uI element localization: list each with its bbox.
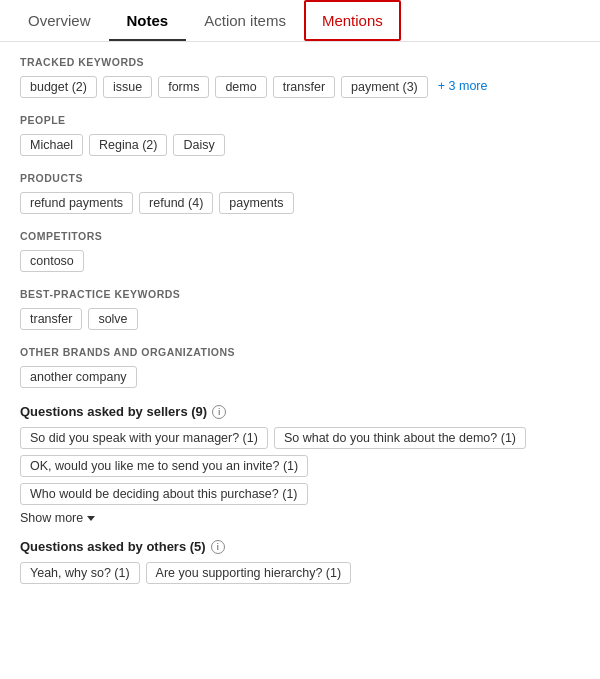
questions-sellers-header: Questions asked by sellers (9) i: [20, 404, 580, 419]
tag-transfer-bp[interactable]: transfer: [20, 308, 82, 330]
tab-bar: Overview Notes Action items Mentions: [0, 0, 600, 42]
best-practice-tags: transfer solve: [20, 308, 580, 330]
tag-question-demo[interactable]: So what do you think about the demo? (1): [274, 427, 526, 449]
tag-budget[interactable]: budget (2): [20, 76, 97, 98]
products-title: PRODUCTS: [20, 172, 580, 184]
tag-forms[interactable]: forms: [158, 76, 209, 98]
show-more-label: Show more: [20, 511, 83, 525]
tab-mentions[interactable]: Mentions: [304, 0, 401, 41]
competitors-tags: contoso: [20, 250, 580, 272]
tag-demo[interactable]: demo: [215, 76, 266, 98]
tag-payment[interactable]: payment (3): [341, 76, 428, 98]
questions-sellers-tags: So did you speak with your manager? (1) …: [20, 427, 580, 505]
people-title: PEOPLE: [20, 114, 580, 126]
tag-refund-payments[interactable]: refund payments: [20, 192, 133, 214]
tab-overview[interactable]: Overview: [10, 0, 109, 41]
people-tags: Michael Regina (2) Daisy: [20, 134, 580, 156]
people-section: PEOPLE Michael Regina (2) Daisy: [20, 114, 580, 156]
questions-others-header: Questions asked by others (5) i: [20, 539, 580, 554]
products-tags: refund payments refund (4) payments: [20, 192, 580, 214]
competitors-section: COMPETITORS contoso: [20, 230, 580, 272]
tag-contoso[interactable]: contoso: [20, 250, 84, 272]
tag-question-why[interactable]: Yeah, why so? (1): [20, 562, 140, 584]
products-section: PRODUCTS refund payments refund (4) paym…: [20, 172, 580, 214]
tab-notes[interactable]: Notes: [109, 0, 187, 41]
chevron-down-icon: [87, 516, 95, 521]
tag-question-invite[interactable]: OK, would you like me to send you an inv…: [20, 455, 308, 477]
best-practice-title: BEST-PRACTICE KEYWORDS: [20, 288, 580, 300]
other-brands-tags: another company: [20, 366, 580, 388]
show-more-button[interactable]: Show more: [20, 511, 580, 525]
tag-question-manager[interactable]: So did you speak with your manager? (1): [20, 427, 268, 449]
questions-others-label: Questions asked by others (5): [20, 539, 206, 554]
other-brands-title: OTHER BRANDS AND ORGANIZATIONS: [20, 346, 580, 358]
questions-sellers-label: Questions asked by sellers (9): [20, 404, 207, 419]
tag-solve[interactable]: solve: [88, 308, 137, 330]
tag-michael[interactable]: Michael: [20, 134, 83, 156]
questions-others-tags: Yeah, why so? (1) Are you supporting hie…: [20, 562, 580, 584]
main-content: TRACKED KEYWORDS budget (2) issue forms …: [0, 42, 600, 612]
tag-transfer[interactable]: transfer: [273, 76, 335, 98]
tag-question-hierarchy[interactable]: Are you supporting hierarchy? (1): [146, 562, 352, 584]
questions-others-section: Questions asked by others (5) i Yeah, wh…: [20, 539, 580, 584]
tag-another-company[interactable]: another company: [20, 366, 137, 388]
questions-others-info-icon[interactable]: i: [211, 540, 225, 554]
tab-action-items[interactable]: Action items: [186, 0, 304, 41]
tag-question-purchase[interactable]: Who would be deciding about this purchas…: [20, 483, 308, 505]
tag-issue[interactable]: issue: [103, 76, 152, 98]
tag-daisy[interactable]: Daisy: [173, 134, 224, 156]
competitors-title: COMPETITORS: [20, 230, 580, 242]
tracked-keywords-title: TRACKED KEYWORDS: [20, 56, 580, 68]
other-brands-section: OTHER BRANDS AND ORGANIZATIONS another c…: [20, 346, 580, 388]
tag-regina[interactable]: Regina (2): [89, 134, 167, 156]
tag-payments[interactable]: payments: [219, 192, 293, 214]
questions-sellers-section: Questions asked by sellers (9) i So did …: [20, 404, 580, 525]
best-practice-section: BEST-PRACTICE KEYWORDS transfer solve: [20, 288, 580, 330]
tracked-keywords-section: TRACKED KEYWORDS budget (2) issue forms …: [20, 56, 580, 98]
more-tags-link[interactable]: + 3 more: [434, 76, 492, 98]
tracked-keywords-tags: budget (2) issue forms demo transfer pay…: [20, 76, 580, 98]
tag-refund[interactable]: refund (4): [139, 192, 213, 214]
questions-sellers-info-icon[interactable]: i: [212, 405, 226, 419]
